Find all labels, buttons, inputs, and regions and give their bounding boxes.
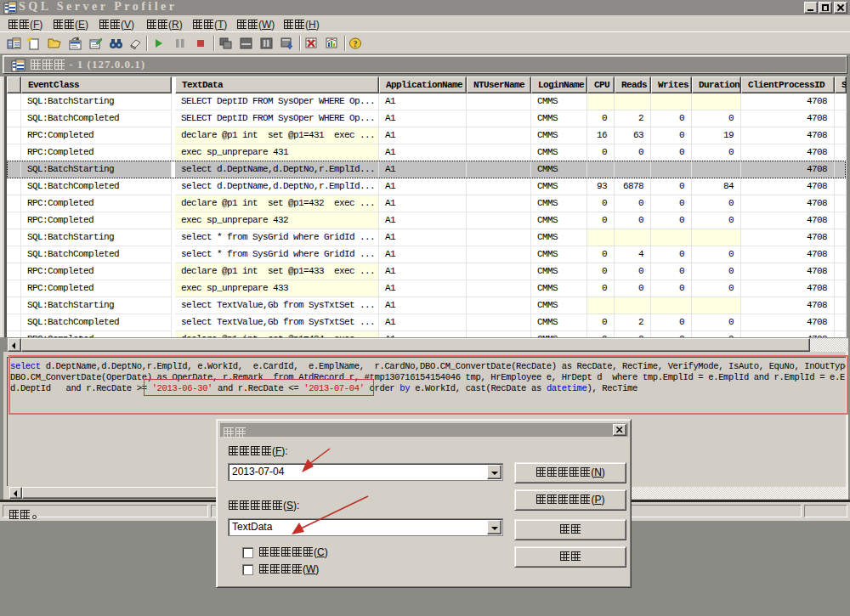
svg-text:?: ? (354, 39, 358, 48)
